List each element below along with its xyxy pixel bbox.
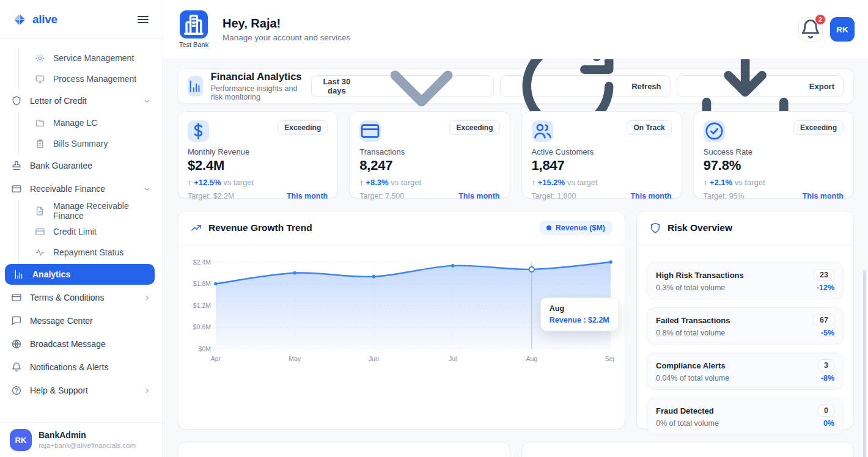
svg-text:Apr: Apr <box>211 355 221 362</box>
sidebar-item-label: Manage LC <box>53 118 97 128</box>
globe-icon <box>11 338 22 349</box>
sidebar-item-label: Letter of Credit <box>30 96 87 106</box>
kpi-change: ↑ +2.1% <box>704 178 732 187</box>
risk-item-compliance-alerts: Compliance Alerts 3 0.04% of total volum… <box>647 353 844 390</box>
kpi-card-active-customers: On Track Active Customers 1,847 ↑ +15.2%… <box>521 111 682 199</box>
sidebar-item-label: Credit Limit <box>53 227 97 236</box>
kpi-period: This month <box>458 192 499 200</box>
section-subtitle: Performance insights and risk monitoring <box>211 84 311 101</box>
chart-title: Revenue Growth Trend <box>208 222 312 233</box>
sidebar-item-receivable-finance[interactable]: Receivable Finance <box>0 177 163 200</box>
sidebar-item-letter-of-credit[interactable]: Letter of Credit <box>0 89 163 112</box>
credit-card-icon <box>11 292 22 303</box>
trend-up-icon <box>190 222 202 234</box>
message-icon <box>11 315 22 326</box>
avatar: RK <box>10 429 32 451</box>
page-title: Hey, Raja! <box>223 16 350 31</box>
sidebar-item-credit-limit[interactable]: Credit Limit <box>18 221 163 242</box>
sidebar-item-label: Repayment Status <box>53 247 123 257</box>
revenue-chart-card: Revenue Growth Trend Revenue ($M) <box>177 211 625 430</box>
refresh-button[interactable]: Refresh <box>500 75 671 97</box>
credit-card-icon <box>11 183 22 194</box>
sidebar-item-process-management[interactable]: Process Management <box>18 68 163 89</box>
status-badge: Exceeding <box>449 120 499 135</box>
chart-tooltip: Aug Revenue : $2.2M <box>540 298 619 331</box>
risk-volume: 0.04% of total volume <box>656 374 729 382</box>
bank-icon <box>180 10 208 38</box>
sidebar-item-notifications-alerts[interactable]: Notifications & Alerts <box>0 356 163 379</box>
page-header: Test Bank Hey, Raja! Manage your account… <box>163 0 868 59</box>
kpi-change-suffix: vs target <box>223 178 254 187</box>
sidebar-item-manage-receivable-finance[interactable]: Manage Receivable Finance <box>18 200 163 221</box>
help-icon <box>11 385 22 396</box>
kpi-target: Target: 1,800 <box>532 192 576 200</box>
sidebar-item-terms-conditions[interactable]: Terms & Conditions <box>0 286 163 309</box>
gear-icon <box>35 53 45 64</box>
risk-count-badge: 3 <box>818 359 834 371</box>
sidebar-item-message-center[interactable]: Message Center <box>0 309 163 332</box>
svg-text:Aug: Aug <box>526 355 537 362</box>
page-scrollbar[interactable] <box>863 270 866 457</box>
profile-button[interactable]: RK <box>830 17 855 42</box>
risk-volume: 0.8% of total volume <box>656 329 725 337</box>
status-badge: Exceeding <box>278 120 328 135</box>
alive-logo-icon <box>12 12 27 27</box>
folder-icon <box>35 118 45 128</box>
sidebar-nav: Service Management Process Management Le… <box>0 39 163 422</box>
section-title: Financial Analytics <box>211 71 311 83</box>
svg-text:$0M: $0M <box>199 345 211 353</box>
tooltip-month: Aug <box>550 304 609 313</box>
bank-name: Test Bank <box>179 41 208 48</box>
risk-change: -5% <box>821 329 834 337</box>
legend-dot-icon <box>546 225 551 230</box>
sidebar-item-label: Terms & Conditions <box>30 293 104 302</box>
activity-icon <box>35 247 45 258</box>
sidebar-item-label: Analytics <box>32 269 70 279</box>
export-label: Export <box>809 82 834 91</box>
risk-label: High Risk Transactions <box>656 271 744 280</box>
bottom-row <box>177 442 854 457</box>
sidebar-item-label: Service Management <box>53 53 134 63</box>
kpi-target: Target: 7,500 <box>359 192 404 200</box>
sidebar-item-label: Process Management <box>53 74 136 84</box>
sidebar-item-bills-summary[interactable]: Bills Summary <box>18 133 163 154</box>
file-icon <box>35 206 45 216</box>
bell-icon <box>11 362 22 373</box>
svg-text:$1.8M: $1.8M <box>193 280 211 287</box>
notifications-button[interactable]: 2 <box>798 17 823 42</box>
analytics-icon <box>188 76 203 97</box>
kpi-label: Success Rate <box>704 147 844 156</box>
sidebar-item-bank-guarantee[interactable]: Bank Guarantee <box>0 154 163 177</box>
kpi-value: 1,847 <box>532 158 672 174</box>
risk-overview-card: Risk Overview High Risk Transactions 23 … <box>636 211 854 430</box>
sidebar-item-label: Notifications & Alerts <box>30 362 108 372</box>
sidebar-item-label: Message Center <box>30 316 93 326</box>
menu-icon[interactable] <box>136 12 150 27</box>
refresh-label: Refresh <box>631 82 661 91</box>
kpi-target: Target: 95% <box>704 192 745 200</box>
sidebar-item-broadcast-message[interactable]: Broadcast Message <box>0 332 163 356</box>
sidebar-item-label: Bank Guarantee <box>30 161 92 170</box>
kpi-value: $2.4M <box>188 158 328 174</box>
chart-legend[interactable]: Revenue ($M) <box>539 221 612 235</box>
sidebar-item-label: Bills Summary <box>53 139 108 148</box>
user-name: BankAdmin <box>39 430 136 441</box>
sidebar-item-service-management[interactable]: Service Management <box>18 48 163 68</box>
shield-icon <box>11 95 22 106</box>
sidebar-item-analytics[interactable]: Analytics <box>5 264 155 285</box>
kpi-value: 97.8% <box>704 158 844 174</box>
legend-label: Revenue ($M) <box>556 224 605 232</box>
sidebar-item-help-support[interactable]: Help & Support <box>0 379 163 402</box>
analytics-toolbar: Financial Analytics Performance insights… <box>177 68 854 104</box>
risk-label: Fraud Detected <box>656 406 714 415</box>
date-range-select[interactable]: Last 30 days <box>311 75 494 97</box>
sidebar: alive Service Management Process Managem… <box>0 0 163 457</box>
sidebar-item-manage-lc[interactable]: Manage LC <box>18 112 163 133</box>
sidebar-user[interactable]: RK BankAdmin raja+bank@alivefinancials.c… <box>0 422 163 457</box>
export-button[interactable]: Export <box>677 75 844 97</box>
sidebar-item-label: Help & Support <box>30 386 88 395</box>
kpi-change-suffix: vs target <box>735 178 765 187</box>
chevron-down-icon <box>142 97 152 106</box>
sidebar-item-repayment-status[interactable]: Repayment Status <box>18 242 163 263</box>
sidebar-item-label: Receivable Finance <box>30 184 105 194</box>
